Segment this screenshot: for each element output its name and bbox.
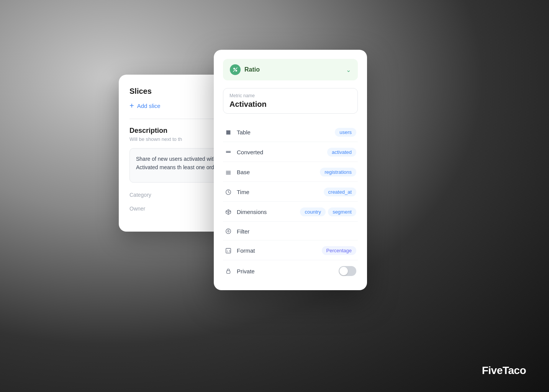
filter-label: Filter: [237, 228, 249, 235]
svg-point-0: [233, 68, 235, 70]
svg-rect-3: [226, 152, 231, 153]
base-label: Base: [237, 169, 250, 175]
converted-label: Converted: [237, 149, 263, 155]
ratio-dropdown[interactable]: Ratio ⌄: [223, 59, 358, 80]
table-icon: [225, 129, 232, 136]
svg-rect-7: [226, 173, 231, 174]
add-slice-label: Add slice: [137, 103, 161, 109]
time-tag-created-at[interactable]: created_at: [324, 188, 356, 196]
ratio-label: Ratio: [244, 66, 260, 73]
table-tag-users[interactable]: users: [335, 128, 356, 137]
format-row: 1.5 Format Percentage: [223, 241, 358, 260]
converted-row: Converted activated: [223, 143, 358, 162]
lock-icon: [225, 267, 232, 275]
format-icon: 1.5: [225, 247, 232, 255]
svg-point-1: [235, 70, 237, 72]
base-icon: [225, 168, 232, 176]
format-label: Format: [237, 247, 255, 254]
private-toggle[interactable]: [339, 266, 356, 276]
chevron-down-icon: ⌄: [346, 66, 351, 74]
rows-section: Table users Converted activated: [223, 123, 358, 281]
svg-rect-6: [226, 172, 231, 173]
time-label: Time: [237, 189, 249, 195]
svg-rect-5: [226, 171, 231, 172]
base-tag-registrations[interactable]: registrations: [320, 168, 356, 176]
brand-logo: FiveTaco: [482, 364, 526, 377]
metric-name-label: Metric name: [229, 93, 351, 98]
dimensions-row: Dimensions country segment: [223, 203, 358, 222]
ratio-icon: [230, 64, 241, 75]
dimensions-tag-segment[interactable]: segment: [328, 207, 356, 216]
filter-icon: [225, 227, 232, 235]
table-label: Table: [237, 129, 251, 136]
converted-icon: [225, 149, 232, 156]
dimensions-icon: [225, 208, 232, 216]
metric-name-field[interactable]: Metric name Activation: [223, 88, 358, 114]
plus-icon: +: [129, 102, 134, 109]
format-tag-percentage[interactable]: Percentage: [322, 246, 357, 255]
svg-rect-12: [227, 271, 230, 273]
base-row: Base registrations: [223, 163, 358, 182]
filter-row: Filter: [223, 222, 358, 240]
front-card: Ratio ⌄ Metric name Activation Table use…: [214, 50, 367, 290]
svg-rect-4: [226, 151, 231, 152]
metric-name-value: Activation: [229, 100, 351, 109]
converted-tag-activated[interactable]: activated: [327, 148, 356, 157]
time-row: Time created_at: [223, 183, 358, 202]
dimensions-label: Dimensions: [237, 209, 267, 215]
private-row: Private: [223, 261, 358, 281]
time-icon: [225, 188, 232, 196]
private-label: Private: [237, 268, 255, 274]
toggle-knob: [339, 267, 348, 275]
table-row: Table users: [223, 123, 358, 142]
svg-text:1.5: 1.5: [227, 249, 231, 253]
ratio-left: Ratio: [230, 64, 260, 75]
dimensions-tag-country[interactable]: country: [300, 207, 326, 216]
